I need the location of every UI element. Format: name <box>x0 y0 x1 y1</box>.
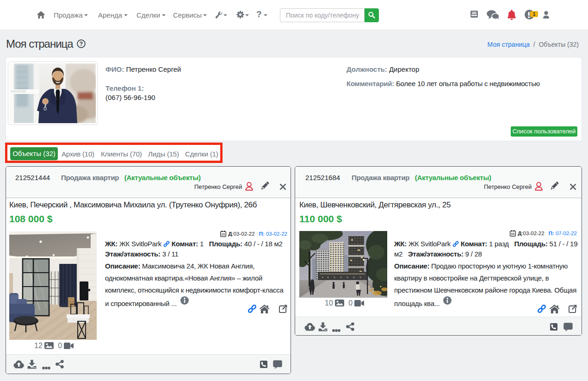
svg-text:?: ? <box>80 41 83 47</box>
